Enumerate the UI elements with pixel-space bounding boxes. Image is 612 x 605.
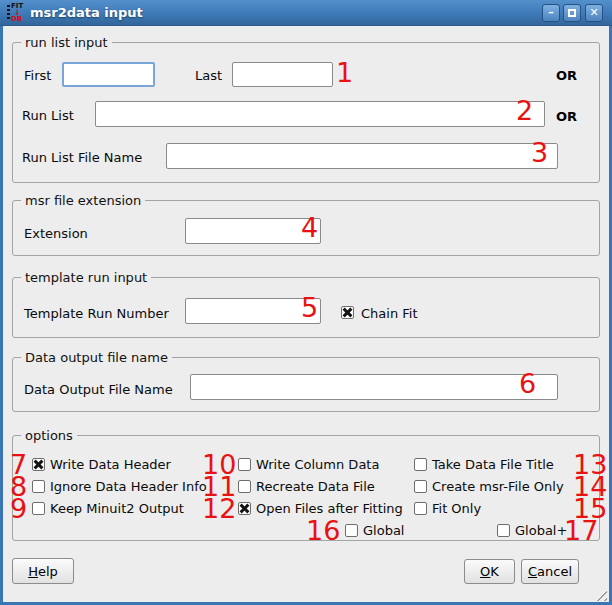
minimize-button[interactable]: – [542,4,560,22]
annotation-6: 6 [519,370,536,398]
ignore-data-header-info-label: Ignore Data Header Info [50,479,207,494]
run-list-file-name-input[interactable] [166,143,558,169]
take-data-file-title-label: Take Data File Title [432,457,554,472]
data-output-file-name-label: Data Output File Name [24,382,173,397]
data-output-file-name-input[interactable] [190,374,558,400]
template-run-number-label: Template Run Number [24,306,169,321]
run-list-file-name-label: Run List File Name [22,150,142,165]
msr2data-dialog: FIT ↓ DB msr2data input – ✕ run list inp… [0,0,612,605]
global-label: Global [363,523,404,538]
annotation-4: 4 [301,214,318,242]
window-title: msr2data input [30,0,143,25]
chain-fit-label: Chain Fit [361,306,418,321]
fit-only-label: Fit Only [432,501,481,516]
annotation-17: 17 [564,517,598,545]
write-data-header-label: Write Data Header [50,457,171,472]
maximize-button[interactable] [563,4,581,22]
cancel-button[interactable]: Cancel [521,559,579,584]
group-title-data-output-file-name: Data output file name [21,350,172,365]
recreate-data-file-checkbox[interactable] [238,480,251,493]
ok-button[interactable]: OK [464,559,515,584]
annotation-12: 12 [202,495,236,523]
app-icon-db-text: DB [11,16,22,23]
ok-button-label: K [490,564,499,579]
run-list-input[interactable] [95,101,545,127]
write-column-data-label: Write Column Data [256,457,379,472]
group-title-template-run-input: template run input [21,270,151,285]
keep-minuit2-output-label: Keep Minuit2 Output [50,501,184,516]
help-button[interactable]: Help [12,558,74,584]
write-data-header-checkbox[interactable] [32,458,45,471]
global-checkbox[interactable] [345,524,358,537]
create-msr-file-only-checkbox[interactable] [414,480,427,493]
first-label: First [24,68,51,83]
keep-minuit2-output-checkbox[interactable] [32,502,45,515]
global-plus-label: Global+ [515,523,567,538]
titlebar[interactable]: FIT ↓ DB msr2data input – ✕ [0,0,612,26]
last-input[interactable] [232,62,333,87]
group-title-options: options [21,428,77,443]
annotation-16: 16 [306,517,340,545]
help-button-label: elp [38,564,58,579]
cancel-button-accel: C [528,564,537,579]
extension-label: Extension [24,226,88,241]
app-icon-bars [7,5,10,21]
recreate-data-file-label: Recreate Data File [256,479,375,494]
global-plus-checkbox[interactable] [497,524,510,537]
or-label-1: OR [556,68,577,83]
or-label-2: OR [556,109,577,124]
app-icon: FIT ↓ DB [7,3,27,23]
run-list-label: Run List [22,108,74,123]
last-label: Last [195,68,222,83]
chain-fit-checkbox[interactable] [341,306,354,319]
group-title-msr-file-extension: msr file extension [21,193,145,208]
annotation-1: 1 [336,59,353,87]
annotation-2: 2 [516,97,533,125]
open-files-after-fitting-checkbox[interactable] [238,502,251,515]
annotation-3: 3 [531,139,548,167]
take-data-file-title-checkbox[interactable] [414,458,427,471]
cancel-button-label: ancel [537,564,572,579]
first-input[interactable] [62,62,155,87]
open-files-after-fitting-label: Open Files after Fitting [256,501,403,516]
ok-button-accel: O [480,564,490,579]
group-title-run-list-input: run list input [21,35,112,50]
annotation-9: 9 [10,495,27,523]
ignore-data-header-info-checkbox[interactable] [32,480,45,493]
help-button-accel: H [28,564,38,579]
annotation-5: 5 [301,294,318,322]
close-button[interactable]: ✕ [585,4,603,22]
maximize-icon [568,9,576,17]
create-msr-file-only-label: Create msr-File Only [432,479,564,494]
fit-only-checkbox[interactable] [414,502,427,515]
write-column-data-checkbox[interactable] [238,458,251,471]
